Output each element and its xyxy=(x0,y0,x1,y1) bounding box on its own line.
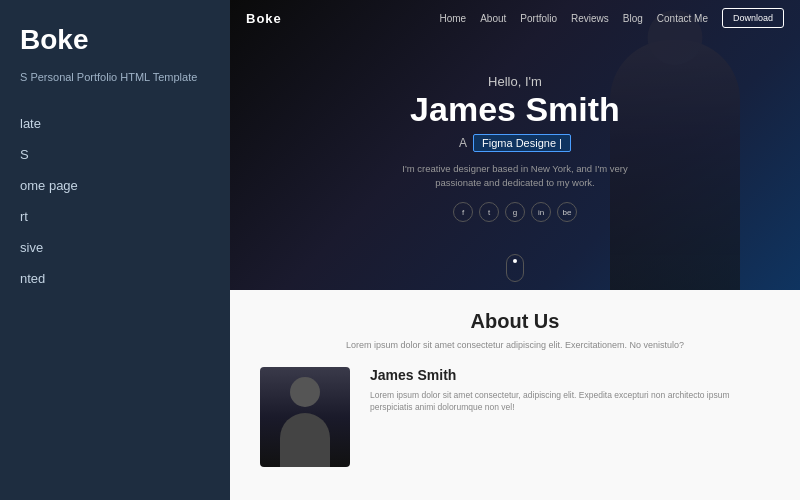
nav-blog[interactable]: Blog xyxy=(623,13,643,24)
nav-portfolio[interactable]: Portfolio xyxy=(520,13,557,24)
hero-role-value: Figma Designe | xyxy=(473,134,571,152)
brand-title: Boke xyxy=(20,24,210,56)
hero-section: Boke Home About Portfolio Reviews Blog C… xyxy=(230,0,800,290)
hero-role: A Figma Designe | xyxy=(459,134,571,152)
hero-greeting: Hello, I'm xyxy=(488,74,542,89)
about-person-description: Lorem ipsum dolor sit amet consectetur, … xyxy=(370,389,770,415)
social-behance-icon[interactable]: be xyxy=(557,202,577,222)
social-google-icon[interactable]: g xyxy=(505,202,525,222)
social-twitter-icon[interactable]: t xyxy=(479,202,499,222)
navbar-links: Home About Portfolio Reviews Blog Contac… xyxy=(440,8,785,28)
about-text-block: James Smith Lorem ipsum dolor sit amet c… xyxy=(370,367,770,415)
nav-about[interactable]: About xyxy=(480,13,506,24)
menu-item-4[interactable]: rt xyxy=(20,206,210,227)
about-person-name: James Smith xyxy=(370,367,770,383)
about-description: Lorem ipsum dolor sit amet consectetur a… xyxy=(260,339,770,353)
menu-item-6[interactable]: nted xyxy=(20,268,210,289)
about-photo xyxy=(260,367,350,467)
right-panel: Boke Home About Portfolio Reviews Blog C… xyxy=(230,0,800,500)
nav-home[interactable]: Home xyxy=(440,13,467,24)
hero-content: Hello, I'm James Smith A Figma Designe |… xyxy=(230,36,800,290)
menu-item-3[interactable]: ome page xyxy=(20,175,210,196)
nav-reviews[interactable]: Reviews xyxy=(571,13,609,24)
nav-contact[interactable]: Contact Me xyxy=(657,13,708,24)
download-button[interactable]: Download xyxy=(722,8,784,28)
navbar: Boke Home About Portfolio Reviews Blog C… xyxy=(230,0,800,36)
menu-item-1[interactable]: late xyxy=(20,113,210,134)
about-title: About Us xyxy=(260,310,770,333)
left-panel: Boke S Personal Portfolio HTML Template … xyxy=(0,0,230,500)
about-content: James Smith Lorem ipsum dolor sit amet c… xyxy=(260,367,770,467)
social-linkedin-icon[interactable]: in xyxy=(531,202,551,222)
hero-description: I'm creative designer based in New York,… xyxy=(385,162,645,191)
hero-role-prefix: A xyxy=(459,136,467,150)
hero-name: James Smith xyxy=(410,91,620,128)
menu-item-2[interactable]: S xyxy=(20,144,210,165)
social-facebook-icon[interactable]: f xyxy=(453,202,473,222)
about-section: About Us Lorem ipsum dolor sit amet cons… xyxy=(230,290,800,500)
hero-socials: f t g in be xyxy=(453,202,577,222)
menu-item-5[interactable]: sive xyxy=(20,237,210,258)
brand-subtitle: S Personal Portfolio HTML Template xyxy=(20,70,210,85)
navbar-brand: Boke xyxy=(246,11,282,26)
